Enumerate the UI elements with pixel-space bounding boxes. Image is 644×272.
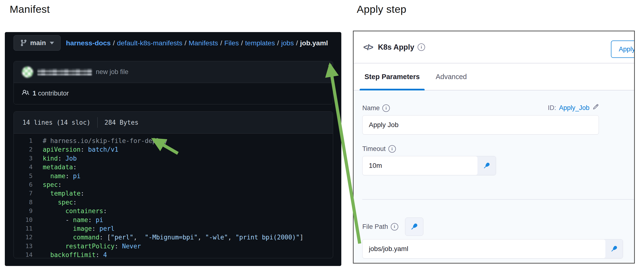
step-parameters-panel: Name i ID: Apply_Job Timeout i	[354, 90, 634, 262]
breadcrumb-separator: /	[294, 39, 300, 47]
file-content-viewer: 14 lines (14 sloc) 284 Bytes 1# harness.…	[14, 111, 333, 258]
code-line: 4metadata:	[14, 163, 333, 171]
tab-advanced-label: Advanced	[436, 73, 467, 81]
line-number[interactable]: 9	[14, 207, 32, 215]
code-text: - name: pi	[43, 216, 103, 224]
code-line: 3kind: Job	[14, 154, 333, 163]
line-number[interactable]: 10	[14, 216, 32, 224]
contributors-text[interactable]: 1 contributor	[32, 90, 69, 97]
file-path-info-icon[interactable]: i	[391, 223, 398, 231]
code-line: 5 name: pi	[14, 172, 333, 180]
line-number[interactable]: 14	[14, 251, 32, 258]
code-text: name: pi	[43, 172, 80, 180]
name-input[interactable]	[362, 115, 599, 135]
file-path-input[interactable]	[362, 240, 606, 258]
commit-message[interactable]: new job file	[96, 68, 128, 76]
code-text: restartPolicy: Never	[43, 242, 141, 251]
redacted-username	[38, 69, 92, 75]
file-navigation-bar: main harness-docs/default-k8s-manifests/…	[14, 35, 338, 51]
breadcrumb-link[interactable]: Files	[224, 39, 239, 47]
breadcrumb-link[interactable]: default-k8s-manifests	[117, 39, 182, 47]
file-path-input-group	[362, 239, 623, 259]
line-number[interactable]: 6	[14, 180, 32, 189]
code-text: # harness.io/skip-file-for-deploy	[43, 136, 168, 145]
code-text: containers:	[43, 207, 107, 215]
contributors-label: contributor	[38, 90, 69, 97]
line-number[interactable]: 11	[14, 224, 32, 233]
breadcrumb-link[interactable]: Manifests	[188, 39, 218, 47]
caret-down-icon	[50, 42, 54, 44]
line-number[interactable]: 7	[14, 189, 32, 198]
manifest-section-title: Manifest	[10, 3, 50, 15]
timeout-label: Timeout	[362, 145, 386, 153]
code-line: 6spec:	[14, 180, 333, 189]
id-label: ID:	[548, 104, 556, 112]
code-line: 10 - name: pi	[14, 216, 333, 224]
line-number[interactable]: 12	[14, 233, 32, 242]
name-label: Name	[362, 104, 380, 112]
commit-row: new job file	[14, 61, 333, 83]
breadcrumb-separator: /	[111, 39, 117, 47]
code-line: 1# harness.io/skip-file-for-deploy	[14, 136, 333, 145]
breadcrumb-link[interactable]: jobs	[281, 39, 294, 47]
file-path-pin-icon[interactable]	[606, 240, 623, 258]
breadcrumb-link[interactable]: harness-docs	[66, 39, 110, 47]
tab-step-parameters[interactable]: Step Parameters	[360, 63, 424, 90]
breadcrumb-separator: /	[275, 39, 281, 47]
code-text: backoffLimit: 4	[43, 251, 107, 258]
breadcrumb-link[interactable]: templates	[245, 39, 275, 47]
github-file-browser: main harness-docs/default-k8s-manifests/…	[5, 32, 341, 266]
breadcrumb-separator: /	[182, 39, 188, 47]
code-line: 7 template:	[14, 189, 333, 198]
latest-commit-box: new job file 1 contributor	[14, 61, 333, 104]
timeout-field-label-group: Timeout i	[362, 145, 634, 153]
file-path-label-row: File Path i	[362, 218, 634, 236]
line-number[interactable]: 5	[14, 172, 32, 180]
timeout-input[interactable]	[362, 156, 478, 175]
code-text: spec:	[43, 198, 77, 207]
line-number[interactable]: 3	[14, 154, 32, 163]
timeout-info-icon[interactable]: i	[388, 145, 396, 153]
branch-selector-button[interactable]: main	[14, 35, 60, 51]
tab-step-parameters-label: Step Parameters	[364, 73, 420, 81]
breadcrumb-current-file: job.yaml	[300, 39, 328, 47]
line-number[interactable]: 4	[14, 163, 32, 171]
line-number[interactable]: 2	[14, 145, 32, 154]
breadcrumb-separator: /	[239, 39, 245, 47]
code-line: 2apiVersion: batch/v1	[14, 145, 333, 154]
k8s-apply-step-card: </> K8s Apply i Apply Step Parameters Ad…	[353, 31, 635, 264]
branch-name: main	[30, 39, 46, 47]
step-tabs: Step Parameters Advanced	[354, 63, 634, 90]
step-title: K8s Apply	[378, 43, 414, 52]
code-text: template:	[43, 189, 84, 198]
name-info-icon[interactable]: i	[382, 104, 390, 112]
line-number[interactable]: 1	[14, 136, 32, 145]
line-number[interactable]: 8	[14, 198, 32, 207]
code-text: image: perl	[43, 224, 114, 233]
tab-advanced[interactable]: Advanced	[431, 63, 472, 90]
file-lines-info: 14 lines (14 sloc)	[22, 119, 90, 126]
code-line: 14 backoffLimit: 4	[14, 251, 333, 258]
code-line: 8 spec:	[14, 198, 333, 207]
id-value-link[interactable]: Apply_Job	[559, 104, 590, 112]
code-listing: 1# harness.io/skip-file-for-deploy2apiVe…	[14, 134, 333, 258]
code-line: 9 containers:	[14, 207, 333, 215]
code-text: apiVersion: batch/v1	[43, 145, 118, 154]
code-text: metadata:	[43, 163, 77, 171]
edit-id-pencil-icon[interactable]	[592, 104, 599, 112]
timeout-pin-icon[interactable]	[478, 156, 496, 175]
name-field-label-group: Name i	[362, 104, 390, 112]
code-line: 12 command: ["perl", "-Mbignum=bpi", "-w…	[14, 233, 333, 242]
contributors-row: 1 contributor	[14, 83, 333, 104]
apply-button[interactable]: Apply	[611, 40, 635, 58]
file-meta-bar: 14 lines (14 sloc) 284 Bytes	[14, 112, 333, 134]
code-step-icon: </>	[363, 43, 373, 52]
line-number[interactable]: 13	[14, 242, 32, 251]
file-path-label-group: File Path i	[362, 223, 398, 231]
timeout-input-group	[362, 156, 496, 175]
code-text: spec:	[43, 180, 62, 189]
file-path-pin-button[interactable]	[405, 218, 424, 236]
avatar[interactable]	[22, 66, 33, 78]
step-info-icon[interactable]: i	[418, 43, 425, 51]
meta-divider	[97, 117, 98, 128]
